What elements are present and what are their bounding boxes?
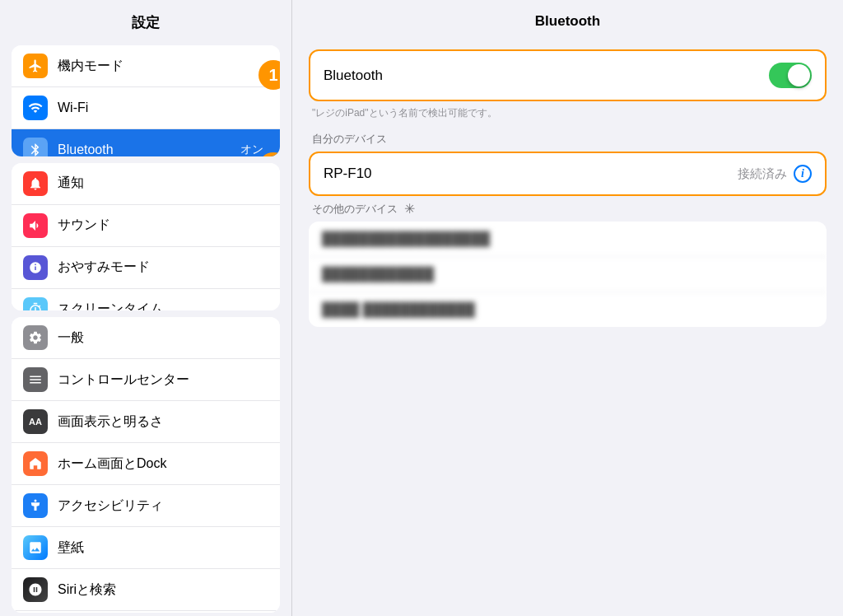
sidebar-section-preferences: 一般 コントロールセンター AA 画面表示と明るさ ホーム画面とDock アクセ… (12, 317, 280, 613)
general-icon (23, 325, 48, 350)
screentime-icon (23, 297, 48, 310)
sidebar-item-wallpaper[interactable]: 壁紙 (12, 527, 280, 569)
general-label: 一般 (58, 329, 268, 347)
display-icon: AA (23, 409, 48, 434)
sidebar-item-wifi[interactable]: Wi-Fi (12, 87, 280, 129)
other-device-name-2: ████████████ (322, 267, 813, 282)
sidebar-section-system: 通知 サウンド おやすみモード スクリーンタイム (12, 163, 280, 310)
home-label: ホーム画面とDock (58, 455, 268, 473)
sidebar-item-controlcenter[interactable]: コントロールセンター (12, 359, 280, 401)
accessibility-icon (23, 493, 48, 518)
other-device-item-2[interactable]: ████████████ (309, 257, 827, 292)
bluetooth-toggle[interactable] (769, 63, 812, 88)
sidebar-item-notification[interactable]: 通知 (12, 163, 280, 205)
sound-label: サウンド (58, 217, 268, 234)
screentime-label: スクリーンタイム (58, 301, 268, 310)
bluetooth-icon (23, 138, 48, 156)
controlcenter-label: コントロールセンター (58, 371, 268, 389)
wallpaper-icon (23, 535, 48, 560)
other-devices-card: ██████████████████ ████████████ ████ ███… (309, 222, 827, 327)
bluetooth-on-label: オン (240, 142, 263, 156)
other-devices-label: その他のデバイス (312, 202, 398, 217)
device-status-text: 接続済み (738, 166, 787, 182)
siri-icon (23, 577, 48, 602)
bluetooth-toggle-card: Bluetooth (309, 49, 827, 101)
main-title: Bluetooth (292, 0, 843, 40)
loading-spinner: ✳ (404, 201, 415, 217)
airplane-label: 機内モード (58, 58, 268, 75)
svg-point-0 (35, 500, 37, 502)
airplane-icon (23, 54, 48, 78)
sidebar-item-bluetooth[interactable]: Bluetooth オン (12, 129, 280, 156)
sound-icon (23, 213, 48, 238)
device-card-rpf10: RP-F10 接続済み i (309, 152, 827, 196)
sidebar-item-airplane[interactable]: 機内モード (12, 45, 280, 87)
bluetooth-toggle-label: Bluetooth (324, 68, 383, 84)
other-device-item-1[interactable]: ██████████████████ (309, 222, 827, 257)
wifi-label: Wi-Fi (58, 100, 268, 115)
device-status-area: 接続済み i (738, 165, 812, 183)
other-device-name-3: ████ ████████████ (322, 302, 813, 317)
other-device-item-3[interactable]: ████ ████████████ (309, 292, 827, 327)
controlcenter-icon (23, 367, 48, 392)
home-icon (23, 451, 48, 476)
bluetooth-label: Bluetooth (58, 142, 240, 156)
toggle-knob (788, 64, 810, 86)
notification-label: 通知 (58, 175, 268, 192)
wallpaper-label: 壁紙 (58, 539, 268, 557)
display-label: 画面表示と明るさ (58, 413, 268, 431)
siri-label: Siriと検索 (58, 581, 268, 599)
accessibility-label: アクセシビリティ (58, 497, 268, 515)
sidebar-section-connectivity: 機内モード Wi-Fi Bluetooth オン 1 2 (12, 45, 280, 156)
donotdisturb-icon (23, 255, 48, 280)
bt-discoverable-text: "レジのiPad"という名前で検出可能です。 (309, 106, 827, 120)
sidebar-item-screentime[interactable]: スクリーンタイム (12, 289, 280, 310)
sidebar: 設定 機内モード Wi-Fi Bluetooth オン 1 2 (0, 0, 292, 616)
wifi-icon (23, 96, 48, 120)
my-devices-header: 自分のデバイス (309, 132, 827, 147)
device-info-button[interactable]: i (794, 165, 812, 183)
notification-icon (23, 171, 48, 196)
main-content: Bluetooth "レジのiPad"という名前で検出可能です。 自分のデバイス… (292, 40, 843, 616)
sidebar-item-accessibility[interactable]: アクセシビリティ (12, 485, 280, 527)
sidebar-item-siri[interactable]: Siriと検索 (12, 569, 280, 611)
sidebar-item-donotdisturb[interactable]: おやすみモード (12, 247, 280, 289)
sidebar-item-home[interactable]: ホーム画面とDock (12, 443, 280, 485)
sidebar-item-applepencil[interactable]: Apple Pencil (12, 611, 280, 613)
device-name: RP-F10 (324, 166, 372, 182)
sidebar-item-sound[interactable]: サウンド (12, 205, 280, 247)
sidebar-title: 設定 (0, 0, 291, 42)
main-panel: Bluetooth Bluetooth "レジのiPad"という名前で検出可能で… (292, 0, 843, 616)
other-devices-header: その他のデバイス ✳ (309, 201, 827, 217)
donotdisturb-label: おやすみモード (58, 259, 268, 276)
sidebar-item-display[interactable]: AA 画面表示と明るさ (12, 401, 280, 443)
other-device-name-1: ██████████████████ (322, 231, 813, 246)
sidebar-item-general[interactable]: 一般 (12, 317, 280, 359)
